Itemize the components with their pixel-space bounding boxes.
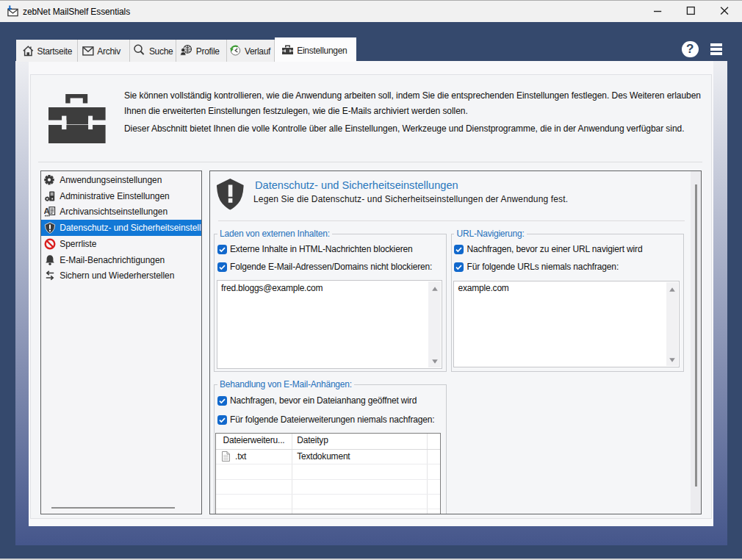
svg-text:A: A	[44, 207, 50, 215]
